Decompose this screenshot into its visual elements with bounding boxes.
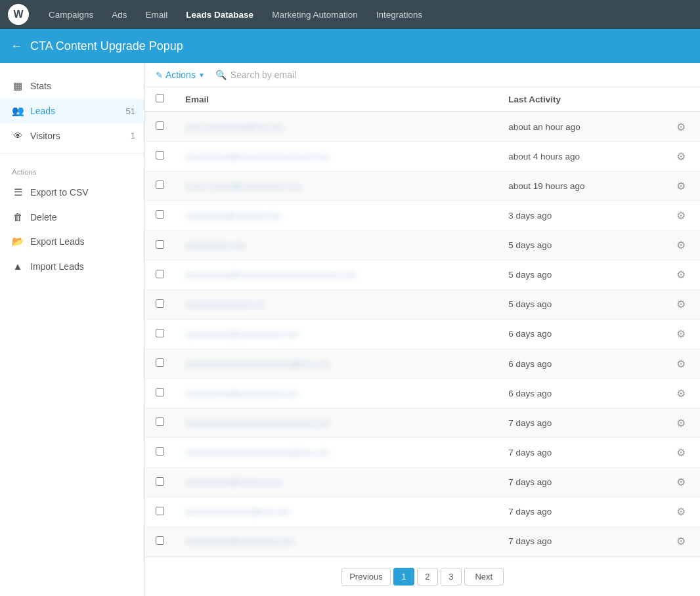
search-box: 🔍 — [215, 70, 362, 80]
row-gear-button[interactable]: ⚙ — [672, 445, 689, 460]
row-email-cell: xxxxxxxxxxxxxxxxxxxxxxxx@xxx.xxx — [175, 438, 498, 467]
row-checkbox-cell — [145, 497, 175, 526]
nav-leads-database[interactable]: Leads Database — [177, 0, 263, 29]
row-checkbox-8[interactable] — [156, 358, 164, 367]
pagination-bar: Previous 1 2 3 Next — [145, 557, 700, 596]
sidebar-item-import-leads[interactable]: ▲ Import Leads — [0, 254, 144, 278]
row-checkbox-0[interactable] — [156, 121, 164, 130]
sidebar-item-export-csv[interactable]: ☰ Export to CSV — [0, 180, 144, 205]
actions-dropdown-button[interactable]: ✎ Actions ▼ — [156, 70, 205, 80]
leads-table: Email Last Activity xxxx.xxxxxxxxx@xxx.x… — [145, 87, 700, 557]
row-email-cell: xxxx.xxxxxxxxx@xxx.xxx — [175, 112, 498, 142]
row-checkbox-14[interactable] — [156, 536, 164, 545]
table-row: xxxxxxxxxx@xxxxxxxxxxxxxxxxxxxxxxx.xxx 5… — [145, 260, 700, 289]
col-header-checkbox — [145, 87, 175, 112]
row-gear-button[interactable]: ⚙ — [672, 149, 689, 164]
row-gear-cell: ⚙ — [662, 201, 700, 230]
nav-marketing-automation[interactable]: Marketing Automation — [263, 0, 367, 29]
nav-campaigns[interactable]: Campaigns — [39, 0, 102, 29]
sidebar-item-leads[interactable]: 👥 Leads 51 — [0, 98, 144, 123]
email-value: xxxxx.xxxxx@xxxxxxxxxx.xxx — [185, 181, 301, 191]
row-checkbox-cell — [145, 289, 175, 319]
col-header-last-activity: Last Activity — [498, 87, 662, 112]
row-gear-button[interactable]: ⚙ — [672, 386, 689, 401]
row-gear-button[interactable]: ⚙ — [672, 415, 689, 431]
toolbar: ✎ Actions ▼ 🔍 — [145, 63, 700, 87]
row-gear-button[interactable]: ⚙ — [672, 534, 689, 549]
back-button[interactable]: ← — [11, 39, 22, 53]
row-gear-button[interactable]: ⚙ — [672, 475, 689, 490]
row-gear-button[interactable]: ⚙ — [672, 504, 689, 519]
row-checkbox-cell — [145, 438, 175, 467]
email-value: xxxxxxxxxx@xxxxxx.xxx — [185, 477, 281, 487]
email-value: xxxxxxxxxxxxxxxxxxxxxxxx@xxx.xxx — [185, 448, 330, 458]
row-email-cell: xxxxxxxxxxxxxxxxxxxxxxxx@xxx.xxx — [175, 349, 498, 379]
nav-ads[interactable]: Ads — [102, 0, 136, 29]
row-checkbox-cell — [145, 201, 175, 230]
row-checkbox-2[interactable] — [156, 181, 164, 189]
row-email-cell: xxxxxxxxxx@xxxxxx.xxx — [175, 467, 498, 497]
search-icon: 🔍 — [215, 70, 227, 80]
table-row: xxxx.xxxxxxxxx@xxx.xxx about an hour ago… — [145, 112, 700, 142]
email-value: xxxxxxxxx@xxxxxxx.xxx — [185, 211, 281, 221]
pagination-page-1[interactable]: 1 — [393, 568, 414, 585]
table-row: xxxxx.xxxxx@xxxxxxxxxx.xxx about 19 hour… — [145, 171, 700, 201]
row-checkbox-12[interactable] — [156, 477, 164, 486]
row-checkbox-4[interactable] — [156, 240, 164, 249]
row-gear-button[interactable]: ⚙ — [672, 179, 689, 194]
top-nav: W Campaigns Ads Email Leads Database Mar… — [0, 0, 700, 29]
row-gear-cell: ⚙ — [662, 289, 700, 319]
sidebar-item-delete[interactable]: 🗑 Delete — [0, 205, 144, 229]
row-checkbox-10[interactable] — [156, 417, 164, 426]
app-logo[interactable]: W — [8, 4, 29, 25]
caret-down-icon: ▼ — [198, 72, 205, 79]
row-checkbox-cell — [145, 349, 175, 379]
email-value: xxxxxxxxxx@xxxxxxxxxxxxxxxxx.xxx — [185, 152, 330, 161]
nav-integrations[interactable]: Integrations — [367, 0, 432, 29]
trash-icon: 🗑 — [12, 211, 24, 223]
email-value: xxxxxxxxxx@xxxxxxxxxxxxxxxxxxxxxxx.xxx — [185, 270, 356, 280]
row-checkbox-9[interactable] — [156, 388, 164, 396]
pagination-page-3[interactable]: 3 — [441, 568, 462, 585]
row-gear-button[interactable]: ⚙ — [672, 119, 689, 135]
email-value: xxxxxxxxxxxxxxx@xxx.xxx — [185, 507, 290, 517]
search-input[interactable] — [230, 70, 362, 80]
row-checkbox-5[interactable] — [156, 270, 164, 278]
row-last-activity-cell: about 4 hours ago — [498, 142, 662, 171]
row-checkbox-11[interactable] — [156, 447, 164, 456]
select-all-checkbox[interactable] — [156, 94, 164, 102]
row-checkbox-3[interactable] — [156, 210, 164, 219]
row-checkbox-6[interactable] — [156, 299, 164, 308]
visitors-count-badge: 1 — [131, 131, 135, 140]
email-value: xxxxxxxxxxxxxxxxxxxxxxxx@xxx.xxx — [185, 359, 330, 369]
sidebar-item-export-leads[interactable]: 📂 Export Leads — [0, 229, 144, 254]
row-last-activity-cell: 7 days ago — [498, 467, 662, 497]
nav-email[interactable]: Email — [137, 0, 177, 29]
sidebar-item-stats[interactable]: ▩ Stats — [0, 74, 144, 98]
row-checkbox-13[interactable] — [156, 507, 164, 515]
row-last-activity-cell: 7 days ago — [498, 526, 662, 556]
row-gear-button[interactable]: ⚙ — [672, 326, 689, 341]
pagination-prev-button[interactable]: Previous — [341, 568, 391, 585]
email-value: xxxxxxxxxx.xxx — [185, 240, 246, 250]
row-gear-button[interactable]: ⚙ — [672, 208, 689, 223]
row-email-cell: xxxxxxxxxx@xxxxxxxxxxxxxxxxxxxxxxx.xxx — [175, 260, 498, 289]
row-gear-button[interactable]: ⚙ — [672, 238, 689, 253]
row-last-activity-cell: 5 days ago — [498, 260, 662, 289]
row-gear-button[interactable]: ⚙ — [672, 356, 689, 372]
row-checkbox-7[interactable] — [156, 329, 164, 337]
row-checkbox-1[interactable] — [156, 151, 164, 160]
sidebar: ▩ Stats 👥 Leads 51 👁 Visitors 1 Actions … — [0, 63, 145, 596]
row-gear-cell: ⚙ — [662, 408, 700, 438]
row-last-activity-cell: 7 days ago — [498, 497, 662, 526]
row-gear-button[interactable]: ⚙ — [672, 267, 689, 282]
pagination-next-button[interactable]: Next — [464, 568, 504, 585]
row-checkbox-cell — [145, 171, 175, 201]
row-checkbox-cell — [145, 230, 175, 260]
row-gear-button[interactable]: ⚙ — [672, 297, 689, 312]
pagination-page-2[interactable]: 2 — [417, 568, 438, 585]
import-icon: ▲ — [12, 261, 24, 272]
users-icon: 👥 — [12, 105, 24, 117]
sidebar-item-visitors[interactable]: 👁 Visitors 1 — [0, 123, 144, 148]
table-row: xxxxxxxxxxxxxxx.xx 5 days ago ⚙ — [145, 289, 700, 319]
